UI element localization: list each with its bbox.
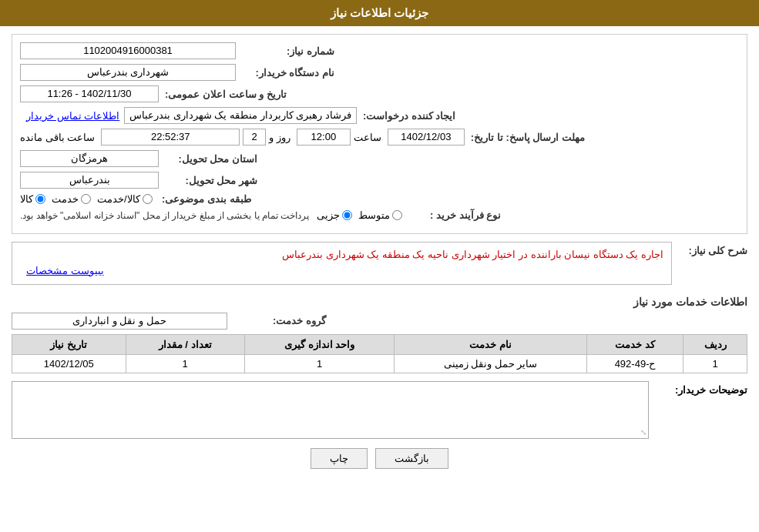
buttons-row: بازگشت چاپ (12, 448, 747, 469)
cell-code: ح-49-492 (586, 354, 683, 373)
response-remaining: 22:52:37 (101, 129, 240, 146)
need-number-value: 1102004916000381 (20, 42, 236, 59)
city-row: شهر محل تحویل: بندرعباس (20, 172, 739, 189)
province-label: استان محل تحویل: (165, 153, 257, 165)
page-header: جزئیات اطلاعات نیاز (0, 0, 759, 26)
city-label: شهر محل تحویل: (165, 175, 257, 186)
process-label-motavaset: متوسط (358, 209, 390, 221)
resize-handle-icon: ⤡ (640, 428, 646, 437)
process-note: پرداخت تمام یا بخشی از مبلغ خریدار از مح… (20, 210, 309, 221)
category-radio-kala[interactable] (35, 194, 45, 204)
process-option-motavaset[interactable]: متوسط (358, 209, 402, 221)
description-link[interactable]: ببیوست مشخصات (26, 265, 104, 276)
category-label: طبقه بندی موضوعی: (159, 193, 251, 205)
creator-label: ایجاد کننده درخواست: (363, 110, 456, 122)
creator-row: ایجاد کننده درخواست: فرشاد رهبری کاربردا… (20, 107, 739, 124)
response-time: 12:00 (297, 129, 351, 146)
col-header-name: نام خدمت (395, 334, 587, 354)
buyer-desc-section: توضیحات خریدار: ⤡ (12, 381, 747, 439)
announce-datetime-label: تاریخ و ساعت اعلان عمومی: (165, 89, 287, 100)
need-number-row: شماره نیاز: 1102004916000381 (20, 42, 739, 59)
response-deadline-row: مهلت ارسال پاسخ: تا تاریخ: 1402/12/03 سا… (20, 129, 739, 146)
services-section-title: اطلاعات خدمات مورد نیاز (12, 296, 747, 308)
creator-value: فرشاد رهبری کاربردار منطقه یک شهرداری بن… (124, 107, 357, 124)
buyer-org-value: شهرداری بندرعباس (20, 64, 236, 81)
cell-unit: 1 (244, 354, 395, 373)
process-radio-group: متوسط جزیی (317, 209, 402, 221)
province-row: استان محل تحویل: هرمزگان (20, 150, 739, 167)
col-header-code: کد خدمت (586, 334, 683, 354)
announce-datetime-row: تاریخ و ساعت اعلان عمومی: 1402/11/30 - 1… (20, 85, 739, 102)
col-header-date: تاریخ نیاز (12, 334, 126, 354)
response-remaining-label: ساعت باقی مانده (20, 132, 95, 143)
process-option-jozi[interactable]: جزیی (317, 209, 352, 221)
category-option-kala-khedmat[interactable]: کالا/خدمت (97, 193, 153, 205)
table-row: 1 ح-49-492 سایر حمل ونقل زمینی 1 1 1402/… (12, 354, 747, 373)
response-date: 1402/12/03 (388, 129, 465, 146)
service-group-label: گروه خدمت: (233, 315, 326, 326)
process-label: نوع فرآیند خرید : (408, 209, 501, 221)
category-label-kala-khedmat: کالا/خدمت (97, 193, 140, 205)
col-header-qty: تعداد / مقدار (126, 334, 244, 354)
services-table: ردیف کد خدمت نام خدمت واحد اندازه گیری ت… (12, 334, 747, 373)
cell-qty: 1 (126, 354, 244, 373)
response-days: 2 (243, 129, 266, 146)
cell-row-num: 1 (683, 354, 747, 373)
announce-datetime-value: 1402/11/30 - 11:26 (20, 85, 159, 102)
cell-name: سایر حمل ونقل زمینی (395, 354, 587, 373)
print-button[interactable]: چاپ (311, 448, 368, 469)
category-radio-group: کالا/خدمت خدمت کالا (20, 193, 153, 205)
process-row: نوع فرآیند خرید : متوسط جزیی پرداخت تمام… (20, 209, 739, 221)
back-button[interactable]: بازگشت (375, 448, 448, 469)
table-header-row: ردیف کد خدمت نام خدمت واحد اندازه گیری ت… (12, 334, 747, 354)
page-title: جزئیات اطلاعات نیاز (331, 6, 428, 19)
description-section: شرح کلی نیاز: اجاره یک دستگاه نیسان بارا… (12, 242, 747, 288)
category-radio-kala-khedmat[interactable] (143, 194, 153, 204)
process-radio-motavaset[interactable] (392, 210, 402, 220)
category-label-khedmat: خدمت (52, 193, 79, 205)
description-text: اجاره یک دستگاه نیسان باراننده در اختیار… (20, 247, 663, 263)
service-group-row: گروه خدمت: حمل و نقل و انبارداری (12, 313, 747, 330)
process-radio-jozi[interactable] (342, 210, 352, 220)
city-value: بندرعباس (20, 172, 159, 189)
category-option-kala[interactable]: کالا (20, 193, 45, 205)
category-option-khedmat[interactable]: خدمت (52, 193, 91, 205)
category-label-kala: کالا (20, 193, 33, 205)
contact-link[interactable]: اطلاعات تماس خریدار (26, 110, 119, 122)
response-deadline-label: مهلت ارسال پاسخ: تا تاریخ: (471, 132, 585, 143)
cell-date: 1402/12/05 (12, 354, 126, 373)
category-radio-khedmat[interactable] (81, 194, 91, 204)
response-days-label: روز و (269, 132, 291, 143)
buyer-desc-label: توضیحات خریدار: (655, 384, 747, 396)
buyer-desc-box: ⤡ (12, 381, 649, 439)
need-number-label: شماره نیاز: (242, 45, 334, 57)
main-form: شماره نیاز: 1102004916000381 نام دستگاه … (12, 34, 747, 234)
service-group-value: حمل و نقل و انبارداری (12, 313, 227, 330)
process-label-jozi: جزیی (317, 209, 340, 221)
description-content: اجاره یک دستگاه نیسان باراننده در اختیار… (12, 242, 672, 285)
buyer-org-label: نام دستگاه خریدار: (242, 67, 334, 79)
buyer-org-row: نام دستگاه خریدار: شهرداری بندرعباس (20, 64, 739, 81)
buyer-desc-textarea[interactable] (12, 382, 648, 436)
category-row: طبقه بندی موضوعی: کالا/خدمت خدمت کالا (20, 193, 739, 205)
response-time-label: ساعت (354, 132, 381, 143)
description-box: اجاره یک دستگاه نیسان باراننده در اختیار… (12, 242, 672, 288)
col-header-unit: واحد اندازه گیری (244, 334, 395, 354)
col-header-row-num: ردیف (683, 334, 747, 354)
province-value: هرمزگان (20, 150, 159, 167)
description-label: شرح کلی نیاز: (678, 245, 747, 256)
